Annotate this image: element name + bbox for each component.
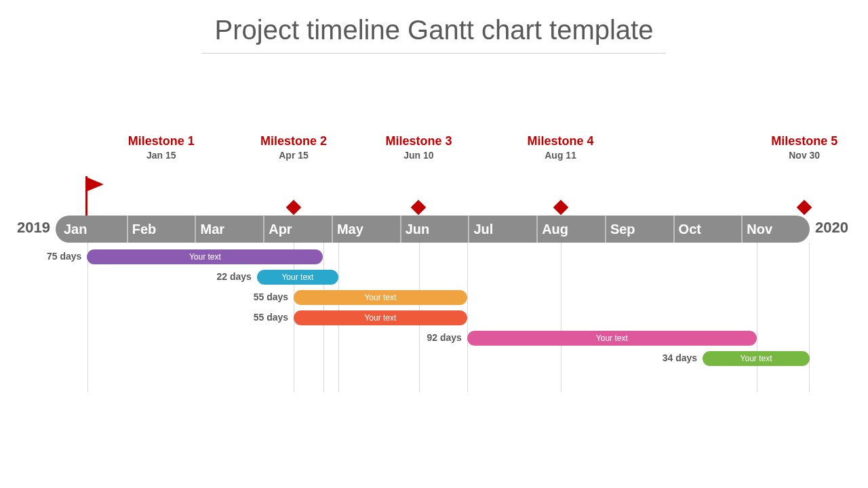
month-label: Sep [605, 216, 673, 243]
month-label: Jun [400, 216, 469, 243]
milestone: Milestone 4Aug 11 [528, 134, 594, 161]
month-label: Mar [195, 216, 263, 243]
task-row: 22 daysYour text [56, 270, 810, 285]
month-label: Apr [263, 216, 332, 243]
month-label: Jul [468, 216, 536, 243]
month-label: Nov [741, 216, 810, 243]
milestone: Milestone 2Apr 15 [260, 134, 327, 161]
milestone-title: Milestone 5 [771, 134, 837, 148]
milestone-title: Milestone 3 [385, 134, 452, 148]
page-title: Project timeline Gantt chart template [0, 15, 868, 45]
task-duration: 55 days [254, 291, 288, 302]
month-label: Jan [56, 216, 127, 243]
axis-year-end: 2020 [815, 219, 848, 237]
task-row: 34 daysYour text [56, 351, 810, 366]
task-duration: 34 days [663, 352, 697, 363]
milestone-labels: Milestone 1Jan 15Milestone 2Apr 15Milest… [56, 134, 810, 216]
milestone: Milestone 5Nov 30 [771, 134, 837, 161]
task-duration: 22 days [217, 271, 252, 282]
task-bar: Your text [294, 310, 467, 325]
task-row: 55 daysYour text [56, 290, 810, 305]
gantt-chart: 2019 2020 Milestone 1Jan 15Milestone 2Ap… [56, 216, 810, 419]
month-label: Aug [536, 216, 605, 243]
milestone-date: Jan 15 [128, 150, 195, 161]
milestone: Milestone 1Jan 15 [128, 134, 195, 161]
task-duration: 75 days [47, 251, 81, 262]
milestone-date: Apr 15 [260, 150, 327, 161]
milestone-title: Milestone 1 [128, 134, 195, 148]
task-bar: Your text [257, 270, 338, 285]
task-bar: Your text [467, 331, 757, 346]
task-row: 75 daysYour text [56, 249, 810, 264]
axis-year-start: 2019 [17, 219, 50, 237]
title-divider [202, 53, 666, 54]
task-row: 55 daysYour text [56, 310, 810, 325]
month-label: May [332, 216, 400, 243]
milestone-date: Aug 11 [528, 150, 594, 161]
task-bar: Your text [87, 249, 323, 264]
month-label: Feb [127, 216, 195, 243]
task-duration: 55 days [254, 312, 288, 323]
milestone-title: Milestone 4 [528, 134, 594, 148]
milestone: Milestone 3Jun 10 [385, 134, 452, 161]
milestone-date: Jun 10 [385, 150, 452, 161]
slide: Project timeline Gantt chart template 20… [0, 0, 868, 488]
task-bar: Your text [703, 351, 810, 366]
milestone-title: Milestone 2 [260, 134, 327, 148]
task-duration: 92 days [427, 332, 461, 343]
month-label: Oct [673, 216, 742, 243]
task-row: 92 daysYour text [56, 331, 810, 346]
milestone-date: Nov 30 [771, 150, 837, 161]
timeline-axis: JanFebMarAprMayJunJulAugSepOctNov [56, 216, 810, 243]
task-bar: Your text [294, 290, 467, 305]
